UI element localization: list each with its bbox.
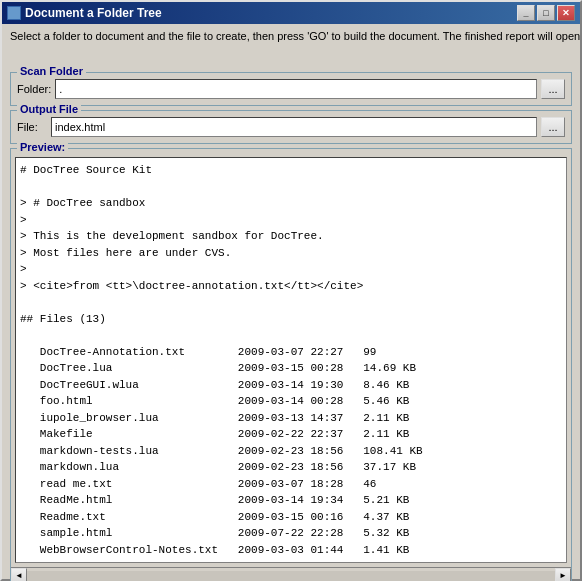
titlebar: Document a Folder Tree _ □ ✕ (2, 2, 580, 24)
horizontal-scrollbar: ◄ ► (11, 567, 571, 581)
folder-browse-button[interactable]: ... (541, 79, 565, 99)
scan-folder-label: Scan Folder (17, 65, 86, 77)
file-row: File: ... (17, 117, 565, 137)
output-file-group: Output File File: ... (10, 110, 572, 144)
folder-input[interactable] (55, 79, 537, 99)
top-row: Select a folder to document and the file… (10, 29, 572, 68)
preview-content[interactable]: # DocTree Source Kit > # DocTree sandbox… (15, 157, 567, 563)
window-title: Document a Folder Tree (25, 6, 162, 20)
preview-text: # DocTree Source Kit > # DocTree sandbox… (20, 162, 562, 558)
scan-folder-group: Scan Folder Folder: ... (10, 72, 572, 106)
titlebar-left: Document a Folder Tree (7, 6, 162, 20)
file-browse-button[interactable]: ... (541, 117, 565, 137)
description-text: Select a folder to document and the file… (10, 29, 582, 44)
file-input[interactable] (51, 117, 537, 137)
minimize-button[interactable]: _ (517, 5, 535, 21)
app-icon (7, 6, 21, 20)
preview-label: Preview: (17, 141, 68, 153)
scroll-left-button[interactable]: ◄ (11, 568, 27, 582)
main-content: Select a folder to document and the file… (2, 24, 580, 581)
close-button[interactable]: ✕ (557, 5, 575, 21)
scroll-right-button[interactable]: ► (555, 568, 571, 582)
folder-field-label: Folder: (17, 83, 51, 95)
scroll-track-h[interactable] (27, 571, 555, 581)
folder-row: Folder: ... (17, 79, 565, 99)
main-window: Document a Folder Tree _ □ ✕ Select a fo… (0, 0, 582, 581)
maximize-button[interactable]: □ (537, 5, 555, 21)
titlebar-buttons: _ □ ✕ (517, 5, 575, 21)
file-field-label: File: (17, 121, 47, 133)
preview-group: Preview: # DocTree Source Kit > # DocTre… (10, 148, 572, 581)
output-file-label: Output File (17, 103, 81, 115)
